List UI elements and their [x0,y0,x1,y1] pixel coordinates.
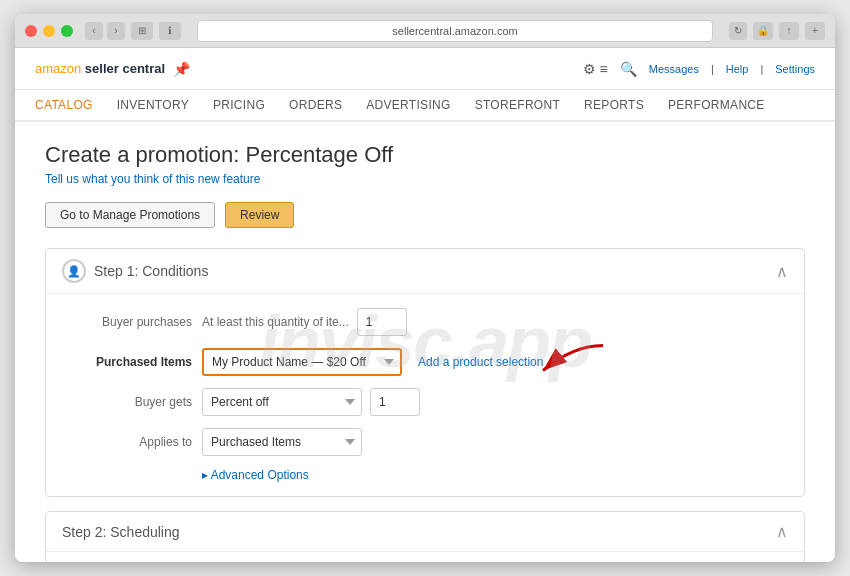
buyer-purchases-label: Buyer purchases [62,315,192,329]
applies-to-row: Applies to Purchased Items [62,428,788,456]
top-nav-right: ⚙ ≡ 🔍 Messages | Help | Settings [583,61,815,77]
nav-pricing[interactable]: PRICING [213,98,265,112]
btn-row: Go to Manage Promotions Review [45,202,805,228]
nav-advertising[interactable]: ADVERTISING [366,98,450,112]
top-nav: amazon seller central 📌 ⚙ ≡ 🔍 Messages |… [15,48,835,90]
logo: amazon seller central [35,61,165,76]
buyer-purchases-row: Buyer purchases At least this quantity o… [62,308,788,336]
step1-section: 👤 Step 1: Conditions ∧ Buyer purchases A… [45,248,805,497]
messages-icon: ≡ [600,61,608,77]
page-body: Create a promotion: Percentage Off Tell … [15,122,835,562]
traffic-light-green[interactable] [61,25,73,37]
page-view-button[interactable]: ⊞ [131,22,153,40]
nav-storefront[interactable]: STOREFRONT [475,98,560,112]
product-select[interactable]: My Product Name — $20 Off [202,348,402,376]
browser-window: ‹ › ⊞ ℹ sellercentral.amazon.com ↻ 🔒 ↑ +… [15,14,835,562]
refresh-button[interactable]: ↻ [729,22,747,40]
step1-icon: 👤 [62,259,86,283]
main-nav: CATALOG INVENTORY PRICING ORDERS ADVERTI… [15,90,835,122]
applies-to-select[interactable]: Purchased Items [202,428,362,456]
step1-person-icon: 👤 [67,265,81,278]
annotation-arrow [533,338,613,393]
qty-input[interactable] [357,308,407,336]
settings-icon: ⚙ [583,61,596,77]
info-button[interactable]: ℹ [159,22,181,40]
applies-to-label: Applies to [62,435,192,449]
messages-link[interactable]: Messages [649,63,699,75]
advanced-options-link[interactable]: ▸ Advanced Options [202,468,788,482]
step2-body: Start Date 📅 ▲ PST [46,552,804,562]
page-subtitle[interactable]: Tell us what you think of this new featu… [45,172,805,186]
at-least-text: At least this quantity of ite... [202,315,349,329]
forward-button[interactable]: › [107,22,125,40]
traffic-light-yellow[interactable] [43,25,55,37]
add-product-label[interactable]: Add a product selection [418,355,543,369]
share-button[interactable]: ↑ [779,22,799,40]
traffic-light-red[interactable] [25,25,37,37]
applies-to-field: Purchased Items [202,428,362,456]
nav-performance[interactable]: PERFORMANCE [668,98,765,112]
nav-inventory[interactable]: INVENTORY [117,98,189,112]
page-content: amazon seller central 📌 ⚙ ≡ 🔍 Messages |… [15,48,835,562]
purchased-items-row: Purchased Items My Product Name — $20 Of… [62,348,788,376]
nav-orders[interactable]: ORDERS [289,98,342,112]
lock-icon: 🔒 [753,22,773,40]
step2-header: Step 2: Scheduling ∧ [46,512,804,552]
review-button[interactable]: Review [225,202,294,228]
search-icon[interactable]: 🔍 [620,61,637,77]
percent-off-select[interactable]: Percent off [202,388,362,416]
browser-titlebar: ‹ › ⊞ ℹ sellercentral.amazon.com ↻ 🔒 ↑ + [15,14,835,48]
step2-collapse-icon[interactable]: ∧ [776,522,788,541]
page-title: Create a promotion: Percentage Off [45,142,805,168]
page-wrapper: invisc.app Create a promotion: Percentag… [15,122,835,562]
purchased-items-label: Purchased Items [62,355,192,369]
percent-qty-input[interactable] [370,388,420,416]
nav-reports[interactable]: REPORTS [584,98,644,112]
new-tab-button[interactable]: + [805,22,825,40]
step1-body: Buyer purchases At least this quantity o… [46,294,804,496]
browser-actions: 🔒 ↑ + [753,22,825,40]
step1-header-left: 👤 Step 1: Conditions [62,259,208,283]
purchased-items-field: My Product Name — $20 Off [202,348,543,376]
step1-collapse-icon[interactable]: ∧ [776,262,788,281]
pin-icon: 📌 [173,61,190,77]
buyer-purchases-field: At least this quantity of ite... [202,308,407,336]
url-text: sellercentral.amazon.com [392,25,517,37]
step2-header-left: Step 2: Scheduling [62,524,180,540]
manage-promotions-button[interactable]: Go to Manage Promotions [45,202,215,228]
back-button[interactable]: ‹ [85,22,103,40]
step2-section: Step 2: Scheduling ∧ Start Date 📅 [45,511,805,562]
buyer-gets-label: Buyer gets [62,395,192,409]
settings-link[interactable]: Settings [775,63,815,75]
step1-header: 👤 Step 1: Conditions ∧ [46,249,804,294]
buyer-gets-row: Buyer gets Percent off [62,388,788,416]
browser-controls: ‹ › [85,22,125,40]
step1-title: Step 1: Conditions [94,263,208,279]
nav-catalog[interactable]: CATALOG [35,98,93,112]
address-bar[interactable]: sellercentral.amazon.com [197,20,713,42]
buyer-gets-field: Percent off [202,388,420,416]
help-link[interactable]: Help [726,63,749,75]
step2-title: Step 2: Scheduling [62,524,180,540]
